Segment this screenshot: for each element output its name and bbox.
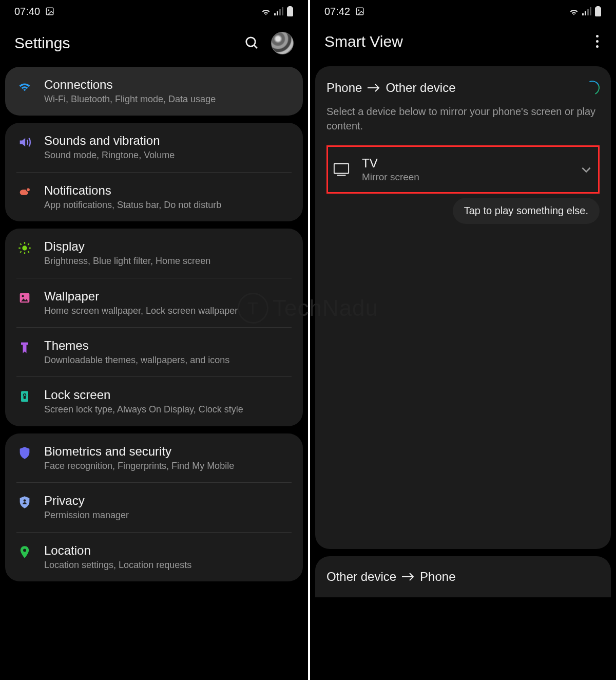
svg-point-1 [48,9,49,11]
lockscreen-icon [16,389,33,404]
svg-rect-34 [595,7,601,16]
chevron-down-icon[interactable] [580,163,593,176]
settings-row-biometrics-and-security[interactable]: Biometrics and security Face recognition… [5,433,303,482]
settings-row-display[interactable]: Display Brightness, Blue light filter, H… [5,229,303,277]
settings-row-notifications[interactable]: Notifications App notifications, Status … [16,172,292,221]
smartview-screen: 07:42 Smart View Phone Other device Sele… [308,0,616,680]
svg-rect-5 [282,7,283,15]
search-icon[interactable] [244,35,260,51]
privacy-icon [16,495,33,509]
svg-rect-33 [596,6,600,7]
svg-rect-4 [279,9,281,15]
settings-row-lock-screen[interactable]: Lock screen Screen lock type, Always On … [16,376,292,426]
themes-icon [16,340,33,354]
signal-status-icon [582,7,591,15]
settings-row-title: Themes [44,338,292,353]
phone-to-device-card: Phone Other device Select a device below… [315,66,611,549]
page-title: Settings [14,34,70,52]
settings-row-subtitle: Sound mode, Ringtone, Volume [44,149,292,161]
settings-row-title: Location [44,543,292,558]
svg-rect-29 [582,13,584,15]
settings-row-title: Sounds and vibration [44,133,292,148]
image-notif-icon [355,7,364,16]
svg-rect-2 [274,13,276,15]
security-icon [16,446,33,460]
settings-row-subtitle: Permission manager [44,509,292,521]
status-bar: 07:40 [5,0,303,23]
settings-group: Connections Wi-Fi, Bluetooth, Flight mod… [5,67,303,116]
settings-row-title: Wallpaper [44,289,292,304]
settings-row-subtitle: Brightness, Blue light filter, Home scre… [44,255,292,267]
svg-point-8 [246,37,256,47]
svg-point-26 [23,549,26,552]
arrow-right-icon [367,83,380,92]
clock: 07:42 [324,6,350,17]
svg-line-18 [28,252,29,253]
device-sub: Mirror screen [362,172,567,183]
settings-row-subtitle: Location settings, Location requests [44,559,292,571]
play-something-else-pill[interactable]: Tap to play something else. [453,198,600,224]
svg-line-17 [20,243,21,244]
settings-row-title: Privacy [44,493,292,508]
settings-row-subtitle: Home screen wallpaper, Lock screen wallp… [44,305,292,317]
svg-rect-32 [590,7,591,15]
battery-status-icon [286,6,294,16]
settings-row-connections[interactable]: Connections Wi-Fi, Bluetooth, Flight mod… [5,67,303,116]
svg-rect-0 [46,8,53,15]
status-bar: 07:42 [315,0,611,23]
svg-rect-36 [334,164,349,174]
settings-group: Display Brightness, Blue light filter, H… [5,229,303,426]
wallpaper-icon [16,291,33,305]
help-text: Select a device below to mirror your pho… [326,104,600,133]
device-to-phone-card[interactable]: Other device Phone [315,556,611,597]
more-icon[interactable] [593,32,602,51]
clock: 07:40 [14,6,40,17]
arrow-right-icon [401,572,415,581]
location-icon [16,545,33,559]
settings-row-title: Biometrics and security [44,444,292,459]
settings-row-subtitle: Wi-Fi, Bluetooth, Flight mode, Data usag… [44,93,292,105]
settings-row-subtitle: Downloadable themes, wallpapers, and ico… [44,354,292,366]
sound-icon [16,135,33,149]
svg-rect-6 [288,6,292,7]
wifi-status-icon [569,7,579,15]
svg-line-20 [28,243,29,244]
settings-row-title: Connections [44,77,292,92]
settings-row-location[interactable]: Location Location settings, Location req… [16,532,292,581]
settings-row-title: Notifications [44,183,292,198]
device-tv-row[interactable]: TV Mirror screen [326,145,600,194]
wifi-icon [16,79,33,93]
settings-row-title: Lock screen [44,387,292,403]
settings-row-title: Display [44,239,292,254]
svg-rect-7 [287,7,293,16]
device-title: TV [362,156,567,171]
direction-label: Phone Other device [326,81,455,95]
svg-rect-24 [24,396,26,399]
display-icon [16,241,33,255]
settings-row-subtitle: Screen lock type, Always On Display, Clo… [44,404,292,415]
settings-screen: 07:40 Settings Connections Wi-Fi, Blueto… [0,0,308,680]
tv-icon [333,162,350,177]
settings-group: Sounds and vibration Sound mode, Rington… [5,123,303,221]
battery-status-icon [594,6,602,16]
image-notif-icon [45,7,54,16]
svg-rect-30 [585,11,586,15]
svg-rect-3 [277,11,278,15]
svg-point-28 [358,9,359,11]
svg-rect-31 [587,9,589,15]
svg-line-19 [20,252,21,253]
svg-point-25 [24,499,26,502]
settings-row-themes[interactable]: Themes Downloadable themes, wallpapers, … [16,327,292,376]
loading-spinner-icon [583,79,602,97]
svg-rect-27 [356,8,363,15]
settings-row-sounds-and-vibration[interactable]: Sounds and vibration Sound mode, Rington… [5,123,303,172]
svg-point-12 [22,246,27,251]
settings-row-wallpaper[interactable]: Wallpaper Home screen wallpaper, Lock sc… [16,278,292,327]
settings-group: Biometrics and security Face recognition… [5,433,303,581]
wifi-status-icon [261,7,271,15]
svg-point-11 [27,188,30,192]
settings-row-privacy[interactable]: Privacy Permission manager [16,482,292,532]
smartview-header: Smart View [315,23,611,63]
avatar[interactable] [271,32,294,54]
page-title: Smart View [324,33,403,50]
